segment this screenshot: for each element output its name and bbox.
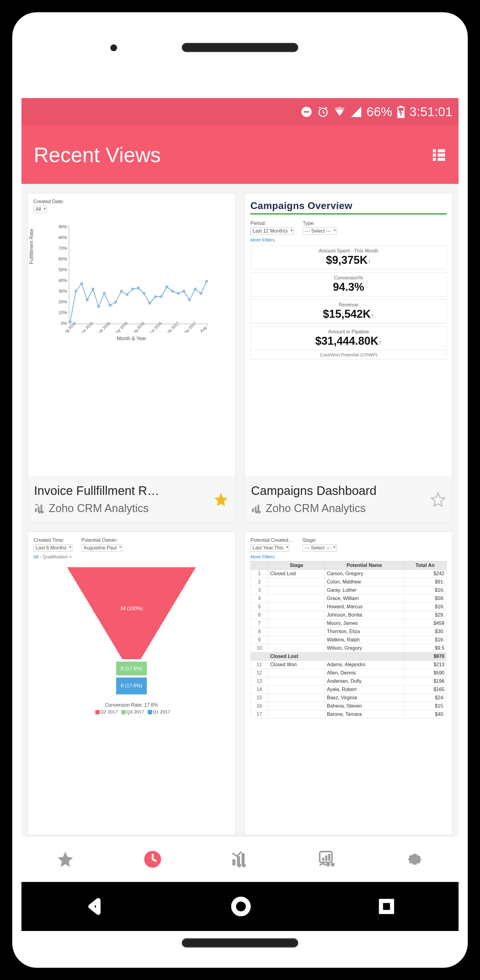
table-row[interactable]: 13Andersen, Dolly$196 <box>251 677 447 686</box>
campaigns-heading: Campaigns Overview <box>250 199 447 215</box>
svg-text:10%: 10% <box>59 310 67 315</box>
more-filters-link[interactable]: More Filters <box>250 554 447 559</box>
tab-reports[interactable] <box>196 836 284 882</box>
table-row[interactable]: 7Moors, James$459 <box>251 619 447 628</box>
status-time: 3:51:01 <box>410 105 453 119</box>
gear-icon <box>405 850 424 869</box>
filter-label: Created Time: <box>33 538 72 543</box>
breadcrumb-all[interactable]: All <box>33 554 38 559</box>
svg-point-25 <box>75 290 77 292</box>
svg-point-43 <box>177 292 179 294</box>
table-row[interactable]: 12Allen, Dennis$590 <box>251 669 447 677</box>
kpi-value: $15,542K <box>323 308 371 320</box>
card-preview: Created Date: All Fullfillment Rate 90%8… <box>28 193 235 477</box>
back-icon[interactable] <box>85 897 104 916</box>
tab-dashboards[interactable] <box>284 836 371 882</box>
svg-rect-11 <box>438 158 445 161</box>
table-row[interactable]: 16Bahena, Steven$15. <box>251 702 447 710</box>
signal-icon <box>350 106 362 118</box>
svg-text:6 (17.6%): 6 (17.6%) <box>121 683 142 688</box>
table-row[interactable]: 6Johnson, Bonita$29. <box>251 611 447 619</box>
svg-text:70%: 70% <box>59 246 67 251</box>
svg-text:Aug 2016: Aug 2016 <box>130 321 145 332</box>
svg-text:Nov 2015: Nov 2015 <box>79 321 94 332</box>
filter-label: Potential Owner: <box>81 538 123 543</box>
tab-favorites[interactable] <box>21 836 109 882</box>
card-invoice-fulfillment[interactable]: Created Date: All Fullfillment Rate 90%8… <box>27 193 235 522</box>
svg-point-28 <box>92 288 94 290</box>
x-axis-label: Month & Year <box>33 336 230 341</box>
period-label: Period: <box>250 221 293 226</box>
table-row[interactable]: 3Garay, Luther$16. <box>251 586 447 595</box>
filter-label: Potential Created… <box>250 538 293 543</box>
created-time-dropdown[interactable]: Last 6 Months <box>33 544 72 552</box>
svg-point-37 <box>143 292 145 294</box>
svg-text:60%: 60% <box>59 256 67 261</box>
analytics-icon <box>251 503 262 514</box>
card-funnel[interactable]: Created Time: Last 6 Months Potential Ow… <box>27 532 235 836</box>
table-row[interactable]: 8Thornton, Eliza$30. <box>251 628 447 636</box>
svg-point-78 <box>242 863 246 867</box>
table-row[interactable]: 15Baez, Virginia$24. <box>251 694 447 702</box>
list-view-icon[interactable] <box>432 147 446 162</box>
svg-rect-6 <box>433 149 436 152</box>
svg-rect-82 <box>325 855 328 861</box>
table-row[interactable]: 1Closed LostCarson, Gregory$242 <box>251 570 447 578</box>
chart-legend: Q2 2017 Q3 2017 Q1 2017 <box>33 709 230 714</box>
table-row[interactable]: 10Wilson, Gregory$9.5 <box>251 644 447 652</box>
table-row[interactable]: 9Watkins, Ralph$16. <box>251 636 447 644</box>
android-nav-bar <box>21 882 459 931</box>
app-bar: Recent Views <box>21 126 459 184</box>
stage-dropdown[interactable]: --- Select --- <box>303 544 336 552</box>
analytics-icon <box>34 503 45 514</box>
svg-point-42 <box>171 290 174 292</box>
table-row[interactable]: 17Barone, Tamara$40. <box>251 710 447 719</box>
period-dropdown[interactable]: Last 12 Month(s <box>250 228 293 235</box>
status-bar: 66% 3:51:01 <box>21 98 459 126</box>
wifi-icon <box>333 106 346 118</box>
table-total-row: Closed Lost$970 <box>251 652 447 661</box>
kpi-label: Amount Spent - This Month <box>253 248 444 254</box>
filter-dropdown[interactable]: All <box>33 205 47 213</box>
svg-point-79 <box>237 863 241 867</box>
card-subtitle: Zoho CRM Analytics <box>266 502 366 515</box>
svg-point-24 <box>69 321 72 323</box>
clock-icon <box>144 850 162 869</box>
svg-text:30%: 30% <box>59 289 67 294</box>
svg-rect-1 <box>304 111 309 113</box>
svg-rect-10 <box>433 158 436 161</box>
svg-point-86 <box>234 899 248 914</box>
type-dropdown[interactable]: --- Select --- <box>303 228 337 235</box>
svg-text:50%: 50% <box>59 267 67 272</box>
card-campaigns-dashboard[interactable]: Campaigns Overview Period: Last 12 Month… <box>245 193 453 522</box>
svg-point-26 <box>80 282 83 285</box>
tab-settings[interactable] <box>371 836 459 882</box>
kpi-footer: Cost/Won Potential (CPWP) <box>250 350 447 360</box>
svg-rect-4 <box>399 106 402 107</box>
line-chart: 90%80%70% 60%50%40% 30%20%10%0% <box>33 216 230 332</box>
svg-point-36 <box>137 287 140 289</box>
table-row[interactable]: 4Grace, William$58. <box>251 595 447 603</box>
more-filters-link[interactable]: More Filters <box>250 237 447 242</box>
table-row[interactable]: 2Colon, Matthew$91. <box>251 578 447 586</box>
star-icon[interactable] <box>213 492 229 508</box>
created-dropdown[interactable]: Last Year,This <box>250 544 289 552</box>
star-icon[interactable] <box>430 492 446 508</box>
recents-icon[interactable] <box>378 898 395 915</box>
table-row[interactable]: 5Howard, Marcus$16. <box>251 603 447 611</box>
svg-point-35 <box>131 288 134 290</box>
tab-recent[interactable] <box>109 836 196 882</box>
svg-marker-68 <box>67 567 196 659</box>
alarm-icon <box>317 106 329 118</box>
svg-text:20%: 20% <box>59 299 67 304</box>
svg-text:May 2016: May 2016 <box>113 321 128 332</box>
table-row[interactable]: 11Closed WonAdams, Alejandro$213 <box>251 661 447 669</box>
svg-point-47 <box>199 292 202 294</box>
card-preview: Potential Created… Last Year,This Stage:… <box>245 532 452 836</box>
svg-text:80%: 80% <box>59 235 67 240</box>
table-row[interactable]: 14Ayala, Robert$165 <box>251 686 447 694</box>
home-icon[interactable] <box>231 897 251 916</box>
owner-dropdown[interactable]: Augustine Paul <box>81 544 123 552</box>
svg-rect-8 <box>433 154 436 157</box>
card-table[interactable]: Potential Created… Last Year,This Stage:… <box>245 532 453 836</box>
